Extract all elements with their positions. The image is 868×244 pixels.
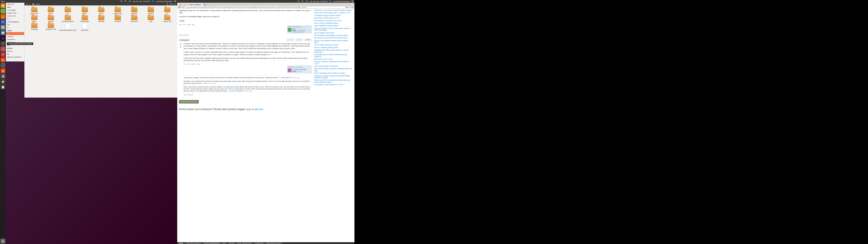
folder-item[interactable]: bin [59, 7, 76, 14]
folder-item[interactable]: dwhelper [126, 7, 143, 14]
places-item[interactable]: ivebord [6, 35, 24, 38]
related-link[interactable]: How to install/start Ubuntu classic? [314, 25, 352, 27]
related-link[interactable]: can't complete a dist-upgrade on Ubuntu … [314, 35, 352, 36]
launcher-nautilus[interactable]: 📁 [0, 3, 5, 8]
nav-fwd-button[interactable]: → [182, 6, 184, 8]
post-edit[interactable]: edit [187, 63, 190, 65]
location-label[interactable]: Hjem [36, 3, 40, 5]
username[interactable]: Jo-Erlend Schinstad [156, 0, 172, 2]
post-flag[interactable]: flag [192, 24, 194, 25]
answerer-avatar[interactable] [288, 68, 291, 72]
folder-item[interactable]: iso [159, 7, 176, 14]
folder-item[interactable]: Offentlig [93, 15, 109, 22]
launcher-video[interactable]: 🎬 [0, 41, 5, 46]
related-link[interactable]: start ubuntu directly into gnome 3 inter… [314, 68, 352, 72]
related-link[interactable]: Is it possible to keep GNOME 2 in 11.10? [314, 84, 352, 86]
folder-item[interactable]: Bilder [43, 7, 59, 14]
comment-author[interactable]: Jo-Erlend Schinstad [229, 90, 243, 92]
question-tag[interactable]: 11.10 [179, 20, 185, 22]
asker-name[interactable]: Oli ♦ [292, 28, 305, 30]
comment-author[interactable]: mikewhatever [281, 77, 290, 79]
launcher-terminal[interactable]: ▢ [0, 36, 5, 41]
related-link[interactable]: Will I be able to run Gnome 2 in 11.10? [314, 20, 352, 22]
places-item[interactable]: rk [6, 26, 24, 29]
sound-icon[interactable]: 🔊 [129, 0, 131, 2]
post-close[interactable]: close [187, 24, 190, 25]
username[interactable]: Jo-Erlend Schinstad [333, 0, 349, 2]
folder-item[interactable]: Audiobooks [26, 7, 42, 14]
folder-item[interactable]: Videoklipp [26, 23, 42, 31]
places-item[interactable]: ckup_01 [6, 3, 24, 6]
places-item[interactable]: e_c [6, 18, 24, 20]
nautilus-icon-view[interactable]: AudiobooksBilderbinBøkerdevelDokumenterd… [24, 5, 177, 33]
post-edit[interactable]: edit [183, 24, 185, 25]
network-icon[interactable]: ⇅ [125, 0, 127, 2]
ask-your-own-link[interactable]: ask your [255, 108, 264, 111]
folder-item[interactable]: Podcasts [110, 15, 126, 22]
taskbar-window[interactable]: Transmission [254, 242, 265, 244]
mail-icon[interactable]: ✉ [298, 0, 300, 2]
places-item[interactable]: erlend@laptop [6, 20, 24, 23]
tab-votes[interactable]: VOTES [304, 39, 312, 41]
related-link[interactable]: Safe to install Beta since release is co… [314, 72, 352, 74]
folder-item[interactable]: devel [93, 7, 109, 14]
sound-icon[interactable]: 🔊 [306, 0, 308, 2]
related-link[interactable]: List of Gnome-Shell 3.2 Extension [314, 65, 352, 67]
reload-icon[interactable]: ⟳ [346, 6, 348, 8]
taskbar-window[interactable]: 11.10 - Is there anythin... [203, 242, 221, 244]
related-link[interactable]: Will the mini DVD iso include the media … [314, 79, 352, 83]
power-icon[interactable]: ⏻ [351, 0, 353, 2]
firefox-tab-active[interactable]: 11.10 - Is there anything better... [178, 3, 203, 6]
related-link[interactable]: How to install avidemux in Oneiric? [314, 44, 352, 46]
places-item[interactable]: rk [6, 53, 24, 56]
folder-item[interactable]: Musikkprosjekter [59, 15, 76, 22]
power-icon[interactable]: ⏻ [174, 0, 176, 2]
home-icon[interactable]: 🏠 [351, 6, 353, 8]
related-link[interactable]: Geeqie in full screen using external sec… [314, 75, 352, 79]
related-link[interactable]: Will Gnome 3 be in 11.10? [314, 58, 352, 60]
folder-item[interactable]: HOMM3 [143, 7, 159, 14]
file-item[interactable]: ♪annonskonsulterna.mp3 [59, 23, 76, 31]
places-item[interactable]: askin [6, 29, 24, 32]
related-link[interactable]: How can I install the older gnome contro… [314, 61, 352, 65]
prompt-tag[interactable]: 11.10 [246, 109, 252, 111]
places-item[interactable]: edgrid main [6, 11, 24, 14]
network-icon[interactable]: ⇅ [302, 0, 304, 2]
folder-item[interactable]: Ubuntu One [159, 15, 176, 22]
clock[interactable]: ma. 10. okt., 22.48.57 [310, 0, 327, 2]
folder-item[interactable]: VirtualBox VMs [43, 23, 59, 31]
taskbar-window[interactable]: ubuntu - joerlend.schin... [236, 242, 254, 244]
downvote-button[interactable]: ▼ [179, 47, 182, 48]
post-delete[interactable]: delete [191, 63, 195, 65]
related-link[interactable]: Where can I find the latest news on Ubun… [314, 12, 352, 14]
post-flag[interactable]: flag [197, 63, 199, 65]
places-item[interactable]: gjennom nettverk [6, 56, 24, 59]
related-link[interactable]: How do I get a different window border i… [314, 40, 352, 43]
search-icon[interactable]: 🔍 [166, 3, 168, 5]
nav-back-icon[interactable]: ◄ [26, 3, 28, 5]
post-link[interactable]: link [179, 24, 182, 25]
related-link[interactable]: My Ubuntu 11.10 Gnome Shell theme is wro… [314, 37, 352, 39]
related-link[interactable]: Can't Right-Click on Gnome-Shell Panel t… [314, 54, 352, 58]
places-item-selected[interactable]: m [6, 32, 24, 35]
places-item[interactable]: SH [6, 23, 24, 26]
related-link[interactable]: How do I installing GNOME Shell? [314, 47, 352, 49]
upvote-button[interactable]: ▲ [179, 43, 182, 44]
home-icon[interactable]: 🏠 [32, 3, 34, 5]
launcher-thunderbird[interactable]: ✉ [0, 20, 5, 24]
launcher-lens-2[interactable]: 📄 [0, 85, 5, 89]
launcher-trash[interactable]: 🗑 [0, 239, 5, 244]
related-link[interactable]: Struggling with Unity's window selector,… [314, 49, 352, 53]
folder-item[interactable]: spill [143, 15, 159, 22]
bookmark-icon[interactable]: ☆ [349, 6, 350, 8]
places-item[interactable]: kumenter [6, 38, 24, 41]
asker-avatar[interactable] [288, 28, 291, 32]
folder-item[interactable]: Musikk [43, 15, 59, 22]
launcher-app-1[interactable] [0, 8, 5, 13]
file-item[interactable]: bgstd.html [76, 23, 93, 31]
folder-item[interactable]: Maler [26, 15, 42, 22]
launcher-lens-1[interactable]: 📁 [0, 79, 5, 84]
add-another-answer-button[interactable]: Add Another Answer [179, 100, 199, 103]
related-link[interactable]: How to revert to GNOME Classic? [314, 22, 352, 24]
places-item[interactable]: pirkurv [6, 50, 24, 53]
